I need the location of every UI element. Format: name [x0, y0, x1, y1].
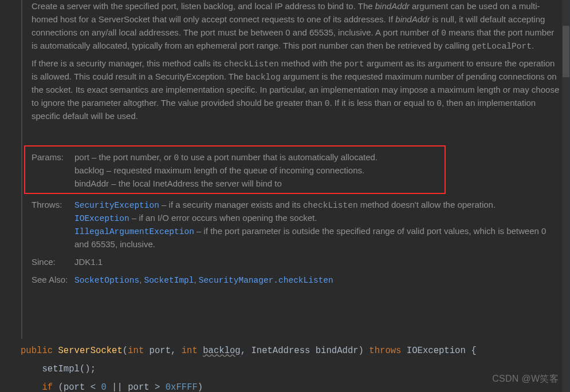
link-ioexception[interactable]: IOException: [74, 214, 129, 223]
doc-literal-zero: 0: [441, 29, 446, 38]
doc-text: Create a server with the specified port,…: [32, 1, 375, 11]
kw-int: int: [128, 346, 144, 356]
link-securitymanager-checklisten[interactable]: SecurityManager.checkListen: [199, 276, 333, 285]
type-ioexception: IOException: [407, 346, 466, 356]
brace: {: [466, 346, 477, 356]
doc-method-getlocalport: getLocalPort: [471, 42, 531, 51]
num-hex: 0xFFFF: [166, 382, 198, 392]
kw-int: int: [182, 346, 198, 356]
params-content: port – the port number, or 0 to use a po…: [74, 151, 445, 191]
throws-securityexception: SecurityException – if a security manage…: [74, 199, 561, 212]
link-socketimpl[interactable]: SocketImpl: [144, 276, 194, 285]
vertical-scrollbar[interactable]: [562, 0, 570, 392]
link-illegalargumentexception[interactable]: IllegalArgumentException: [74, 227, 194, 236]
param-port-text: port – the port number, or: [74, 152, 174, 162]
param-port-zero: 0: [174, 153, 179, 163]
kw-throws: throws: [369, 346, 401, 356]
doc-text: . If it is less than or equal to: [329, 98, 437, 108]
link-securityexception[interactable]: SecurityException: [74, 201, 159, 210]
op-lt: <: [91, 382, 101, 392]
type-inetaddress: InetAddress: [251, 346, 315, 356]
javadoc-paragraph-2: If there is a security manager, this met…: [32, 57, 561, 123]
doc-text: If there is a security manager, this met…: [32, 58, 224, 68]
throws-row: Throws: SecurityException – if a securit…: [32, 199, 561, 251]
paren: (: [53, 382, 64, 392]
since-value: JDK1.1: [74, 256, 561, 269]
call-setimpl: setImpl: [42, 364, 80, 374]
paren: ): [198, 382, 203, 392]
param-port: port – the port number, or 0 to use a po…: [74, 151, 445, 164]
seealso-sep: ,: [194, 275, 198, 284]
param-port-text: to use a port number that is automatical…: [179, 152, 378, 162]
seealso-label: See Also:: [32, 274, 74, 287]
semicolon: ;: [91, 364, 96, 374]
throws-text: method doesn't allow the operation.: [358, 200, 496, 209]
param-backlog: backlog – requested maximum length of th…: [74, 164, 445, 177]
params-label: Params:: [32, 151, 74, 191]
paren: ): [359, 346, 364, 356]
params-highlight-box: Params: port – the port number, or 0 to …: [24, 145, 446, 194]
kw-public: public: [21, 346, 53, 356]
doc-literal-port: port: [344, 60, 364, 69]
op-gt: >: [155, 382, 166, 392]
params-row: Params: port – the port number, or 0 to …: [32, 151, 445, 191]
code-editor[interactable]: public ServerSocket(int port, int backlo…: [21, 342, 570, 392]
doc-literal-zero: 0: [437, 99, 442, 108]
javadoc-paragraph-1: Create a server with the specified port,…: [32, 0, 561, 53]
comma: ,: [171, 346, 182, 356]
throws-text: – if a security manager exists and its: [159, 200, 303, 209]
doc-literal-backlog: backlog: [246, 73, 281, 82]
since-label: Since:: [32, 256, 74, 269]
doc-param-bindaddr: bindAddr: [375, 1, 410, 11]
param-bindaddr: bindAddr: [316, 346, 359, 356]
since-row: Since: JDK1.1: [32, 256, 561, 269]
kw-if: if: [42, 382, 53, 392]
var-port: port: [128, 382, 155, 392]
comma: ,: [241, 346, 251, 356]
num-zero: 0: [101, 382, 106, 392]
doc-text: method with the: [279, 58, 344, 68]
seealso-row: See Also: SocketOptions, SocketImpl, Sec…: [32, 274, 561, 287]
param-backlog: backlog: [203, 346, 241, 356]
throws-content: SecurityException – if a security manage…: [74, 199, 561, 251]
throws-text: – if an I/O error occurs when opening th…: [129, 213, 317, 223]
param-bindaddr: bindAddr – the local InetAddress the ser…: [74, 177, 445, 191]
doc-param-bindaddr: bindAddr: [395, 14, 430, 24]
doc-method-checklisten: checkListen: [224, 60, 279, 69]
parens: (): [80, 364, 91, 374]
scrollbar-thumb[interactable]: [563, 26, 569, 77]
seealso-content: SocketOptions, SocketImpl, SecurityManag…: [74, 274, 561, 287]
param-port: port: [144, 346, 171, 356]
throws-ioexception: IOException – if an I/O error occurs whe…: [74, 212, 561, 225]
var-port: port: [64, 382, 91, 392]
editor-viewport: Create a server with the specified port,…: [0, 0, 570, 392]
paren: (: [123, 346, 128, 356]
op-or: ||: [107, 382, 128, 392]
throws-literal-checklisten: checkListen: [303, 201, 358, 210]
throws-illegalargumentexception: IllegalArgumentException – if the port p…: [74, 225, 561, 251]
constructor-name: ServerSocket: [58, 346, 123, 356]
javadoc-panel: Create a server with the specified port,…: [21, 0, 561, 339]
link-socketoptions[interactable]: SocketOptions: [74, 276, 139, 285]
doc-text: .: [532, 41, 534, 50]
throws-label: Throws:: [32, 199, 74, 251]
